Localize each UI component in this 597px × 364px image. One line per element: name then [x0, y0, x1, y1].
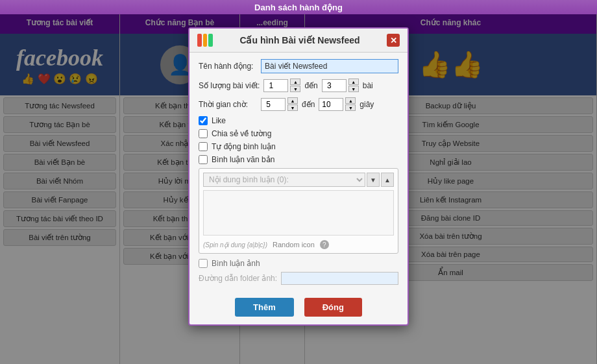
like-label[interactable]: Like	[212, 116, 226, 125]
dialog-header: Cấu hình Bài viết Newsfeed ✕	[189, 29, 408, 53]
top-bar: Danh sách hành động	[0, 0, 597, 14]
logo-bar-red	[197, 34, 202, 47]
thoi-gian-den: đến	[302, 100, 315, 109]
so-luong-from-input[interactable]	[263, 79, 288, 92]
so-luong-to-group: ▲ ▼	[322, 79, 359, 92]
so-luong-row: Số lượng bài viết: ▲ ▼ đến ▲ ▼	[199, 79, 398, 92]
thoi-gian-to-up[interactable]: ▲	[345, 97, 356, 104]
dialog-title: Cấu hình Bài viết Newsfeed	[218, 35, 382, 45]
folder-label: Đường dẫn folder ảnh:	[199, 274, 277, 283]
thoi-gian-to-down[interactable]: ▼	[345, 104, 356, 111]
thoi-gian-to-group: ▲ ▼	[319, 97, 356, 111]
logo-bar-orange	[203, 34, 208, 47]
binh-luan-anh-label[interactable]: Bình luận ảnh	[212, 259, 260, 268]
them-button[interactable]: Thêm	[235, 298, 294, 317]
like-checkbox[interactable]	[199, 116, 208, 125]
dialog-footer: Thêm Đóng	[189, 291, 408, 324]
thoi-gian-row: Thời gian chờ: ▲ ▼ đến ▲ ▼	[199, 97, 398, 111]
so-luong-to-spinners: ▲ ▼	[348, 79, 359, 92]
chia-se-checkbox[interactable]	[199, 129, 208, 138]
binh-luan-anh-checkbox[interactable]	[199, 259, 208, 268]
so-luong-spinners: ▲ ▼	[290, 79, 300, 92]
chia-se-row: Chia sẻ về tường	[199, 129, 398, 138]
thoi-gian-up[interactable]: ▲	[287, 97, 298, 104]
chia-se-label[interactable]: Chia sẻ về tường	[212, 129, 271, 138]
thoi-gian-to-spinners: ▲ ▼	[345, 97, 356, 111]
comment-section: Nội dung bình luận (0): ▼ ▲ (Spin nội du…	[199, 168, 398, 254]
ten-hanh-dong-input[interactable]	[261, 59, 398, 73]
thoi-gian-unit: giây	[359, 100, 374, 109]
dong-button[interactable]: Đóng	[304, 298, 362, 317]
spin-hint: (Spin nội dung {a|b|c})	[203, 241, 267, 249]
binh-luan-van-ban-label[interactable]: Bình luận văn bản	[212, 155, 274, 164]
thoi-gian-from-group: ▲ ▼	[261, 97, 298, 111]
thoi-gian-down[interactable]: ▼	[287, 104, 298, 111]
dialog-logo	[197, 34, 213, 47]
thoi-gian-spinners: ▲ ▼	[287, 97, 298, 111]
comment-select[interactable]: Nội dung bình luận (0):	[203, 173, 365, 187]
so-luong-to-down[interactable]: ▼	[348, 86, 359, 92]
comment-textarea[interactable]	[203, 190, 394, 236]
config-dialog: Cấu hình Bài viết Newsfeed ✕ Tên hành độ…	[188, 27, 409, 326]
so-luong-label: Số lượng bài viết:	[199, 81, 260, 90]
folder-input[interactable]	[281, 272, 398, 285]
comment-arrow-down[interactable]: ▼	[367, 173, 380, 187]
so-luong-down[interactable]: ▼	[290, 86, 300, 92]
so-luong-unit: bài	[363, 81, 373, 90]
thoi-gian-to-input[interactable]	[319, 98, 343, 111]
logo-bar-green	[208, 34, 213, 47]
comment-hint-row: (Spin nội dung {a|b|c}) Random icon ?	[203, 240, 394, 249]
main-content: Tương tác bài viết facebook 👍 ❤️ 😮 😢 😠 T…	[0, 14, 597, 364]
modal-overlay: Cấu hình Bài viết Newsfeed ✕ Tên hành độ…	[0, 14, 597, 364]
dialog-body: Tên hành động: Số lượng bài viết: ▲ ▼ đế…	[189, 53, 408, 291]
tu-dong-checkbox[interactable]	[199, 142, 208, 151]
binh-luan-van-ban-checkbox[interactable]	[199, 155, 208, 164]
thoi-gian-label: Thời gian chờ:	[199, 100, 257, 109]
folder-row: Đường dẫn folder ảnh:	[199, 272, 398, 285]
so-luong-from-group: ▲ ▼	[263, 79, 300, 92]
binh-luan-van-ban-row: Bình luận văn bản	[199, 155, 398, 164]
binh-luan-anh-row: Bình luận ảnh	[199, 259, 398, 268]
tu-dong-row: Tự động bình luận	[199, 142, 398, 151]
so-luong-den: đến	[304, 81, 317, 90]
like-row: Like	[199, 116, 398, 125]
so-luong-up[interactable]: ▲	[290, 79, 300, 85]
so-luong-to-input[interactable]	[322, 79, 347, 92]
help-icon[interactable]: ?	[320, 240, 329, 249]
thoi-gian-from-input[interactable]	[261, 98, 286, 111]
comment-select-row: Nội dung bình luận (0): ▼ ▲	[203, 173, 394, 187]
dialog-close-button[interactable]: ✕	[387, 34, 400, 47]
random-icon-btn[interactable]: Random icon	[273, 241, 315, 249]
comment-arrow-up[interactable]: ▲	[381, 173, 394, 187]
ten-hanh-dong-row: Tên hành động:	[199, 59, 398, 73]
ten-hanh-dong-label: Tên hành động:	[199, 62, 257, 71]
so-luong-to-up[interactable]: ▲	[348, 79, 359, 85]
tu-dong-label[interactable]: Tự động bình luận	[212, 142, 276, 151]
top-bar-title: Danh sách hành động	[254, 3, 343, 12]
